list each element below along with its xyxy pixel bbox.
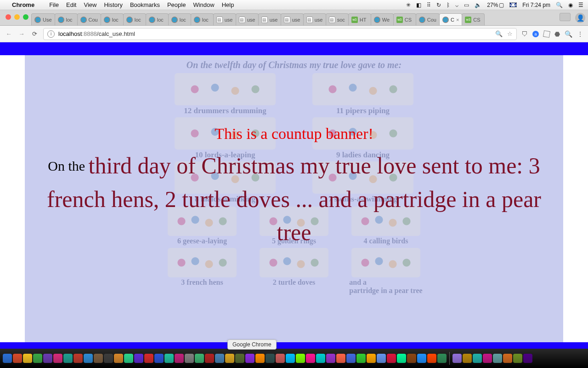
browser-tab[interactable]: 🌐loc bbox=[101, 13, 124, 25]
dock-app-icon[interactable] bbox=[164, 354, 174, 363]
chrome-menu-icon[interactable]: ⋮ bbox=[577, 30, 583, 38]
menu-edit[interactable]: Edit bbox=[66, 1, 76, 8]
dock-app-icon[interactable] bbox=[23, 354, 32, 363]
dock-app-icon[interactable] bbox=[367, 354, 376, 363]
site-info-icon[interactable]: i bbox=[47, 30, 55, 38]
battery-status[interactable]: 27% ▢ bbox=[487, 2, 504, 8]
dock-app-icon[interactable] bbox=[266, 354, 275, 363]
window-close-button[interactable] bbox=[6, 14, 11, 20]
browser-tab[interactable]: ▤use bbox=[258, 13, 281, 25]
dock-app-icon[interactable] bbox=[356, 354, 366, 363]
dock-app-icon[interactable] bbox=[33, 354, 42, 363]
dock-app-icon[interactable] bbox=[195, 354, 204, 363]
dock-app-icon[interactable] bbox=[503, 354, 512, 363]
dock-app-icon[interactable] bbox=[286, 354, 295, 363]
antivirus-icon[interactable]: ✳ bbox=[406, 2, 411, 8]
dock-app-icon[interactable] bbox=[417, 354, 426, 363]
dock-app-icon[interactable] bbox=[437, 354, 447, 363]
dock-app-icon[interactable] bbox=[463, 354, 472, 363]
browser-tab[interactable]: ▤use bbox=[303, 13, 326, 25]
dock-app-icon[interactable] bbox=[483, 354, 492, 363]
dock-app-icon[interactable] bbox=[387, 354, 396, 363]
extension-status-icon[interactable]: ◧ bbox=[416, 2, 421, 8]
dock-app-icon[interactable] bbox=[336, 354, 345, 363]
browser-tab[interactable]: 🌐loc bbox=[123, 13, 146, 25]
menu-history[interactable]: History bbox=[104, 1, 122, 8]
menu-file[interactable]: File bbox=[49, 1, 59, 8]
dock-app-icon[interactable] bbox=[114, 354, 123, 363]
menu-view[interactable]: View bbox=[84, 1, 96, 8]
dock-app-icon[interactable] bbox=[316, 354, 325, 363]
dock-app-icon[interactable] bbox=[94, 354, 103, 363]
dock-app-icon[interactable] bbox=[473, 354, 482, 363]
browser-tab[interactable]: w3CS bbox=[462, 13, 485, 25]
dock-app-icon[interactable] bbox=[306, 354, 315, 363]
browser-tab[interactable]: 🌐loc bbox=[191, 13, 214, 25]
dock-app-icon[interactable] bbox=[235, 354, 244, 363]
extension-icon[interactable] bbox=[543, 30, 550, 37]
dock-app-icon[interactable] bbox=[276, 354, 285, 363]
dock-app-icon[interactable] bbox=[255, 354, 265, 363]
dock-app-icon[interactable] bbox=[175, 354, 184, 363]
extension-icon[interactable]: ⬣ bbox=[554, 30, 560, 38]
zoom-icon[interactable]: 🔍 bbox=[495, 30, 503, 37]
browser-tab[interactable]: w3CS bbox=[393, 13, 416, 25]
time-machine-icon[interactable]: ↻ bbox=[436, 2, 441, 8]
bookmark-star-icon[interactable]: ☆ bbox=[507, 30, 513, 37]
wifi-icon[interactable]: ⌵ bbox=[455, 2, 458, 8]
forward-button[interactable]: → bbox=[17, 30, 26, 37]
new-tab-button[interactable] bbox=[560, 13, 571, 21]
browser-tab[interactable]: 🌐loc bbox=[168, 13, 191, 25]
dock-app-icon[interactable] bbox=[144, 354, 153, 363]
browser-tab[interactable]: ▤use bbox=[281, 13, 304, 25]
dock-app-icon[interactable] bbox=[523, 354, 532, 363]
volume-icon[interactable]: 🔈 bbox=[475, 2, 481, 8]
window-maximize-button[interactable] bbox=[23, 14, 28, 20]
menu-window[interactable]: Window bbox=[193, 1, 214, 8]
dock-app-icon[interactable] bbox=[185, 354, 194, 363]
browser-tab[interactable]: ▤use bbox=[236, 13, 259, 25]
extension-icon[interactable]: ⛉ bbox=[521, 30, 528, 38]
browser-tab[interactable]: 🌐C× bbox=[439, 13, 462, 25]
dock-app-icon[interactable] bbox=[134, 354, 143, 363]
dock-app-icon[interactable] bbox=[427, 354, 436, 363]
dock-app-icon[interactable] bbox=[493, 354, 502, 363]
browser-tab[interactable]: ▤use bbox=[213, 13, 236, 25]
dock-app-icon[interactable] bbox=[407, 354, 416, 363]
notification-center-icon[interactable]: ☰ bbox=[578, 2, 583, 8]
menu-bookmarks[interactable]: Bookmarks bbox=[130, 1, 160, 8]
grid-icon[interactable]: ⠿ bbox=[427, 2, 431, 8]
dock-app-icon[interactable] bbox=[124, 354, 133, 363]
dock-app-icon[interactable] bbox=[63, 354, 73, 363]
browser-tab[interactable]: 🌐Use bbox=[31, 13, 55, 25]
browser-tab[interactable]: 🌐loc bbox=[146, 13, 169, 25]
bluetooth-icon[interactable]: ᛒ bbox=[447, 2, 450, 8]
profile-avatar-button[interactable]: 👤 bbox=[575, 13, 585, 23]
dock-app-icon[interactable] bbox=[205, 354, 214, 363]
reload-button[interactable]: ⟳ bbox=[30, 30, 39, 37]
menu-people[interactable]: People bbox=[167, 1, 186, 8]
dock-app-icon[interactable] bbox=[43, 354, 52, 363]
spotlight-icon[interactable]: 🔍 bbox=[556, 2, 563, 8]
menu-help[interactable]: Help bbox=[222, 1, 234, 8]
tab-close-icon[interactable]: × bbox=[456, 17, 459, 23]
dock-app-icon[interactable] bbox=[13, 354, 22, 363]
window-minimize-button[interactable] bbox=[14, 14, 20, 20]
browser-tab[interactable]: 🌐Cou bbox=[416, 13, 440, 25]
dock-app-icon[interactable] bbox=[154, 354, 164, 363]
extension-icon[interactable]: a bbox=[532, 31, 539, 37]
dock-app-icon[interactable] bbox=[326, 354, 335, 363]
dock-app-icon[interactable] bbox=[84, 354, 93, 363]
dock-app-icon[interactable] bbox=[377, 354, 386, 363]
dock-app-icon[interactable] bbox=[452, 354, 462, 363]
dock-app-icon[interactable] bbox=[53, 354, 62, 363]
back-button[interactable]: ← bbox=[5, 30, 13, 37]
dock-app-icon[interactable] bbox=[104, 354, 113, 363]
dock-app-icon[interactable] bbox=[3, 354, 12, 363]
dock-app-icon[interactable] bbox=[346, 354, 356, 363]
dock-app-icon[interactable] bbox=[74, 354, 83, 363]
siri-icon[interactable]: ◉ bbox=[568, 2, 573, 8]
extension-search-icon[interactable]: 🔍 bbox=[565, 30, 572, 38]
browser-tab[interactable]: 🌐Cou bbox=[77, 13, 101, 25]
dock-app-icon[interactable] bbox=[245, 354, 254, 363]
